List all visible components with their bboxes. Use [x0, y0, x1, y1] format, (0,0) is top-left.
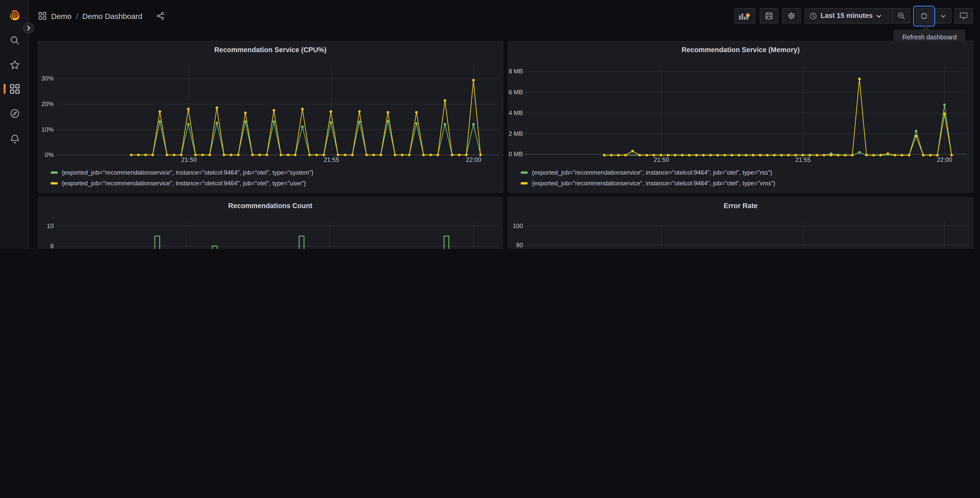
svg-text:80: 80: [516, 241, 523, 248]
svg-text:Error Rate: Error Rate: [724, 201, 757, 209]
svg-text:{exported_job="recommendations: {exported_job="recommendationservice", i…: [62, 179, 306, 186]
svg-text:{exported_job="recommendations: {exported_job="recommendationservice", i…: [531, 169, 772, 176]
svg-text:10: 10: [47, 222, 54, 229]
svg-text:10%: 10%: [41, 126, 54, 132]
svg-text:6 MB: 6 MB: [508, 88, 523, 95]
svg-text:2 MB: 2 MB: [508, 130, 523, 137]
svg-text:22:00: 22:00: [937, 156, 952, 163]
svg-text:Recommendation Service (CPU%): Recommendation Service (CPU%): [214, 46, 327, 53]
svg-text:Recommendations Count: Recommendations Count: [228, 201, 312, 209]
svg-text:Recommendation Service (Memory: Recommendation Service (Memory): [681, 46, 799, 53]
svg-text:21:55: 21:55: [795, 156, 810, 163]
svg-text:21:55: 21:55: [324, 156, 339, 163]
svg-text:4 MB: 4 MB: [508, 109, 523, 116]
svg-text:20%: 20%: [41, 100, 54, 107]
svg-text:{exported_job="recommendations: {exported_job="recommendationservice", i…: [531, 179, 775, 186]
svg-text:{exported_job="recommendations: {exported_job="recommendationservice", i…: [62, 169, 313, 176]
svg-text:30%: 30%: [41, 75, 54, 81]
svg-text:21:50: 21:50: [654, 156, 669, 163]
svg-text:8: 8: [50, 243, 54, 249]
svg-text:0%: 0%: [45, 151, 54, 158]
svg-text:8 MB: 8 MB: [508, 67, 523, 74]
svg-text:21:50: 21:50: [181, 156, 197, 163]
svg-text:0 MB: 0 MB: [508, 150, 523, 157]
svg-text:22:00: 22:00: [466, 156, 481, 163]
svg-text:100: 100: [512, 222, 523, 229]
